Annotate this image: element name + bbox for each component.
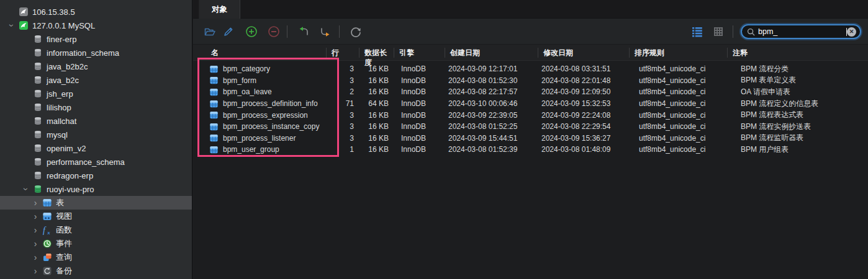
tree-item-label: mysql	[47, 130, 68, 140]
table-icon	[209, 76, 219, 85]
tree-item[interactable]: 视图	[0, 210, 192, 223]
tree-item-label: 106.15.38.5	[32, 7, 75, 17]
tree-item[interactable]: lilishop	[0, 100, 192, 114]
design-table-button[interactable]	[222, 25, 235, 38]
data-length: 16 KB	[359, 87, 394, 96]
tree-item-icon	[33, 89, 43, 99]
tree-item[interactable]: mysql	[0, 128, 192, 141]
tree-item[interactable]: java_b2b2c	[0, 60, 192, 73]
column-header-name[interactable]: 名	[193, 48, 326, 58]
new-table-button[interactable]	[245, 25, 258, 38]
tree-item[interactable]: 备份	[0, 264, 192, 278]
table-row[interactable]: bpm_user_group 1 16 KB InnoDB 2024-03-08…	[193, 144, 868, 156]
row-count: 71	[326, 99, 359, 108]
tree-item-label: jsh_erp	[47, 89, 73, 99]
column-header-engine[interactable]: 引擎	[394, 48, 445, 58]
tree-item[interactable]: performance_schema	[0, 155, 192, 169]
search-input[interactable]: bpm_ ✕	[741, 24, 861, 39]
chevron-icon[interactable]	[29, 211, 42, 221]
engine: InnoDB	[394, 145, 445, 154]
tree-item-icon	[33, 61, 43, 71]
column-header-modified[interactable]: 修改日期	[538, 48, 629, 58]
modified-date: 2024-03-08 22:29:54	[538, 122, 629, 131]
table-header-row: 名 行 数据长度 引擎 创建日期 修改日期 排序规则 注释	[193, 45, 868, 61]
tree-item-icon	[19, 20, 29, 30]
chevron-icon[interactable]	[29, 266, 42, 276]
column-header-collation[interactable]: 排序规则	[629, 48, 727, 58]
delete-table-button[interactable]	[268, 25, 280, 38]
tree-item[interactable]: openim_v2	[0, 141, 192, 155]
tree-item-label: lilishop	[47, 103, 71, 112]
tree-item-label: finer-erp	[47, 35, 76, 44]
table-row[interactable]: bpm_process_listener 3 16 KB InnoDB 2024…	[193, 133, 868, 144]
tree-item[interactable]: 事件	[0, 237, 192, 250]
tree-item-label: mallchat	[47, 117, 76, 126]
tree-item-icon	[33, 170, 43, 180]
table-row[interactable]: bpm_category 3 16 KB InnoDB 2024-03-09 1…	[193, 63, 868, 75]
refresh-button[interactable]	[350, 25, 362, 38]
chevron-icon[interactable]	[5, 20, 19, 30]
tree-item[interactable]: 函数	[0, 223, 192, 237]
column-header-rows[interactable]: 行	[326, 48, 359, 58]
created-date: 2024-03-09 15:44:51	[445, 134, 538, 143]
row-count: 3	[326, 64, 359, 73]
collation: utf8mb4_unicode_ci	[629, 134, 727, 143]
tab-objects[interactable]: 对象	[199, 0, 240, 19]
tree-item-label: 表	[56, 197, 64, 208]
tree-item-label: 事件	[56, 238, 72, 249]
tree-item[interactable]: jsh_erp	[0, 87, 192, 100]
tree-item[interactable]: mallchat	[0, 114, 192, 128]
open-table-button[interactable]	[204, 25, 216, 38]
column-header-datalen[interactable]: 数据长度	[359, 48, 394, 58]
search-icon	[747, 28, 755, 36]
clear-search-button[interactable]: ✕	[847, 27, 856, 37]
tree-item[interactable]: 127.0.0.1 MySQL	[0, 19, 192, 32]
table-icon	[209, 64, 219, 74]
tree-item-label: java_b2b2c	[47, 62, 88, 71]
created-date: 2024-03-08 01:52:30	[445, 76, 538, 85]
created-date: 2024-03-08 01:52:25	[445, 122, 538, 131]
data-length: 16 KB	[359, 122, 394, 131]
engine: InnoDB	[394, 87, 445, 96]
chevron-icon[interactable]	[29, 252, 42, 262]
collation: utf8mb4_unicode_ci	[629, 87, 727, 96]
chevron-icon[interactable]	[29, 239, 42, 249]
comment: BPM 表单定义表	[727, 75, 868, 86]
tree-item-label: java_b2c	[47, 76, 79, 85]
chevron-icon[interactable]	[29, 198, 42, 208]
grid-view-button[interactable]	[712, 25, 725, 38]
tree-item[interactable]: 查询	[0, 250, 192, 264]
tree-item-label: openim_v2	[47, 144, 86, 153]
table-row[interactable]: bpm_oa_leave 2 16 KB InnoDB 2024-03-08 2…	[193, 86, 868, 98]
tree-item[interactable]: redragon-erp	[0, 169, 192, 182]
table-row[interactable]: bpm_form 3 16 KB InnoDB 2024-03-08 01:52…	[193, 75, 868, 87]
engine: InnoDB	[394, 134, 445, 143]
tree-item-icon	[33, 143, 43, 153]
tree-item[interactable]: finer-erp	[0, 32, 192, 46]
tree-item[interactable]: ruoyi-vue-pro	[0, 182, 192, 196]
table-row[interactable]: bpm_process_definition_info 71 64 KB Inn…	[193, 98, 868, 110]
table-icon	[209, 145, 219, 154]
tree-item[interactable]: 表	[0, 196, 192, 210]
export-wizard-button[interactable]	[319, 25, 332, 38]
import-wizard-button[interactable]	[297, 25, 310, 38]
chevron-icon[interactable]	[29, 225, 42, 235]
tree-item[interactable]: information_schema	[0, 46, 192, 60]
comment: BPM 用户组表	[727, 144, 868, 155]
tree-item-icon	[33, 102, 43, 112]
table-row[interactable]: bpm_process_expression 3 16 KB InnoDB 20…	[193, 109, 868, 121]
table-name: bpm_form	[223, 76, 256, 85]
tree-item[interactable]: 106.15.38.5	[0, 5, 192, 19]
tree-item-icon	[33, 157, 43, 167]
tree-item-label: ruoyi-vue-pro	[47, 185, 94, 194]
column-header-comment[interactable]: 注释	[727, 48, 868, 58]
tab-objects-label: 对象	[212, 4, 227, 15]
row-count: 1	[326, 145, 359, 154]
table-row[interactable]: bpm_process_instance_copy 3 16 KB InnoDB…	[193, 121, 868, 133]
list-view-button[interactable]	[691, 25, 703, 38]
chevron-icon[interactable]	[19, 184, 33, 194]
tree-item-icon	[42, 252, 52, 262]
column-header-created[interactable]: 创建日期	[445, 48, 538, 58]
tree-item-icon	[33, 130, 43, 140]
tree-item[interactable]: java_b2c	[0, 73, 192, 87]
